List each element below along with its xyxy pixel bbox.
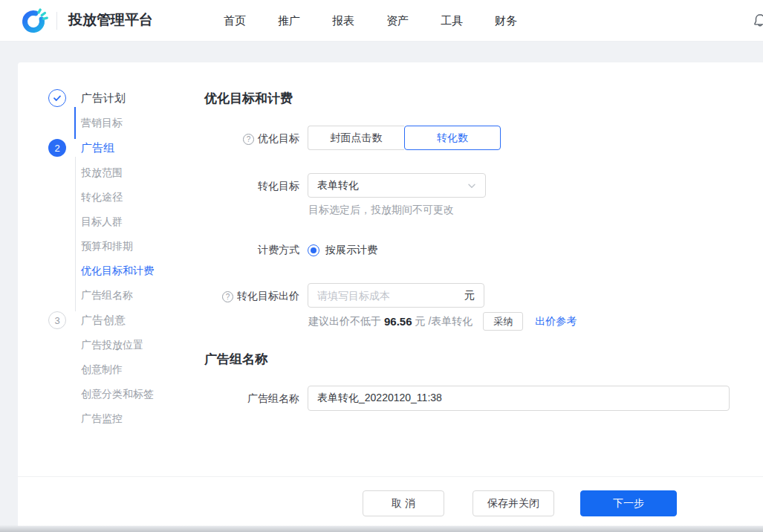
bell-icon[interactable] [752, 13, 763, 29]
conversion-goal-select[interactable]: 表单转化 [308, 173, 486, 198]
sidebar-item-creative-tags[interactable]: 创意分类和标签 [39, 382, 210, 406]
nav-item-assets[interactable]: 资产 [386, 14, 409, 28]
sidebar-step-ad-creative[interactable]: 3 广告创意 [39, 308, 210, 333]
sub-step-label: 广告组名称 [39, 289, 133, 302]
step-label: 广告组 [75, 141, 114, 155]
step-check-icon [48, 89, 66, 107]
sidebar-item-budget-schedule[interactable]: 预算和排期 [39, 234, 210, 259]
adopt-button[interactable]: 采纳 [483, 312, 523, 331]
sidebar-item-ad-monitoring[interactable]: 广告监控 [39, 406, 210, 431]
header-divider [56, 12, 57, 30]
bid-suggestion-row: 建议出价不低于 96.56 元 /表单转化 采纳 出价参考 [308, 312, 577, 331]
goal-segmented-control: 封面点击数 转化数 [308, 126, 501, 150]
sidebar-item-creative-production[interactable]: 创意制作 [39, 357, 210, 382]
sidebar-item-delivery-scope[interactable]: 投放范围 [39, 160, 210, 185]
platform-title: 投放管理平台 [68, 10, 153, 30]
step-label: 广告创意 [75, 314, 126, 328]
step-label: 广告计划 [75, 91, 126, 106]
sidebar-item-conversion-path[interactable]: 转化途径 [39, 185, 210, 210]
suggest-prefix: 建议出价不低于 [308, 315, 381, 328]
billing-option-label: 按展示计费 [325, 244, 377, 257]
nav-item-reports[interactable]: 报表 [332, 14, 354, 28]
top-navbar: 投放管理平台 首页 推广 报表 资产 工具 财务 [0, 0, 763, 42]
sub-step-label: 创意分类和标签 [39, 388, 154, 401]
bid-input-wrapper: 元 [308, 283, 484, 308]
sub-step-label: 创意制作 [39, 363, 123, 377]
chevron-down-icon [467, 181, 476, 190]
help-circle-icon[interactable]: ? [243, 134, 254, 145]
sub-step-label: 转化途径 [39, 191, 123, 204]
sub-step-label: 目标人群 [39, 215, 123, 229]
radio-checked[interactable] [308, 244, 319, 256]
bid-reference-link[interactable]: 出价参考 [535, 315, 577, 328]
ad-group-form-card: 广告计划 营销目标 2 广告组 投放范围 转化途径 目标人群 预算和排期 优 [18, 62, 763, 476]
suggest-value: 96.56 [384, 315, 412, 328]
step-number-badge: 3 [48, 311, 66, 329]
bid-input[interactable] [317, 290, 460, 302]
steps-sidebar: 广告计划 营销目标 2 广告组 投放范围 转化途径 目标人群 预算和排期 优 [39, 62, 210, 431]
footer-action-bar: 取 消 保存并关闭 下一步 [18, 476, 763, 526]
cancel-button[interactable]: 取 消 [363, 490, 444, 516]
nav-item-finance[interactable]: 财务 [495, 14, 517, 28]
section-title-optimization: 优化目标和计费 [204, 90, 293, 107]
sidebar-item-ad-placement[interactable]: 广告投放位置 [39, 333, 210, 357]
sidebar-item-group-name[interactable]: 广告组名称 [39, 283, 210, 308]
sidebar-step-ad-group[interactable]: 2 广告组 [39, 135, 210, 160]
sub-step-label: 广告投放位置 [39, 339, 143, 352]
sidebar-item-marketing-goal[interactable]: 营销目标 [39, 111, 210, 135]
bid-unit: 元 [464, 289, 475, 302]
conversion-goal-hint: 目标选定后，投放期间不可更改 [308, 204, 454, 217]
bottom-shadow [0, 525, 763, 532]
goal-option-cover-clicks[interactable]: 封面点击数 [308, 126, 404, 150]
main-nav: 首页 推广 报表 资产 工具 财务 [224, 0, 517, 42]
save-and-close-button[interactable]: 保存并关闭 [473, 490, 554, 516]
suggest-suffix: 元 /表单转化 [415, 315, 473, 328]
section-title-group-name: 广告组名称 [204, 351, 267, 368]
next-step-button[interactable]: 下一步 [580, 490, 677, 516]
sub-step-label: 营销目标 [39, 117, 123, 130]
goal-option-conversions[interactable]: 转化数 [404, 126, 501, 150]
select-value: 表单转化 [317, 179, 359, 192]
sub-step-label: 预算和排期 [39, 240, 133, 253]
group-name-input[interactable] [308, 386, 730, 411]
billing-radio-row: 按展示计费 [308, 244, 377, 257]
nav-item-home[interactable]: 首页 [224, 14, 246, 28]
brand-logo-icon [20, 6, 50, 36]
sub-step-label: 投放范围 [39, 166, 123, 180]
nav-item-promotion[interactable]: 推广 [278, 14, 300, 28]
sidebar-step-ad-plan[interactable]: 广告计划 [39, 85, 210, 111]
sidebar-item-optimization-billing[interactable]: 优化目标和计费 [39, 259, 210, 283]
sidebar-item-target-audience[interactable]: 目标人群 [39, 210, 210, 234]
help-circle-icon[interactable]: ? [222, 291, 233, 302]
nav-item-tools[interactable]: 工具 [441, 14, 463, 28]
sub-step-label-active: 优化目标和计费 [39, 265, 154, 278]
ad-platform-screen: 投放管理平台 首页 推广 报表 资产 工具 财务 广告计划 [0, 0, 763, 532]
step-number-badge: 2 [48, 139, 66, 157]
sub-step-label: 广告监控 [39, 412, 123, 426]
